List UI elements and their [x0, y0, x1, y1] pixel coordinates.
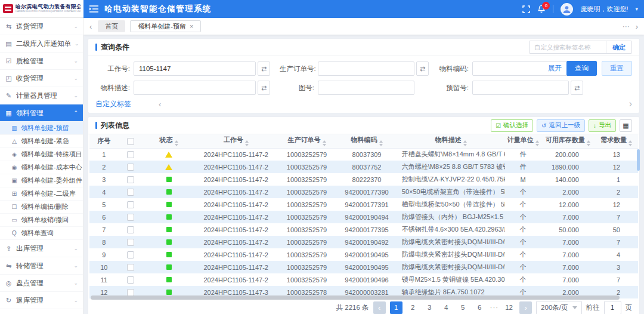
sort-icon[interactable]: [245, 140, 249, 146]
sort-icon[interactable]: [463, 140, 467, 146]
tabs-more-icon[interactable]: ···: [623, 22, 630, 30]
page-button-4[interactable]: 4: [440, 301, 453, 314]
sidebar-menu-item[interactable]: ⇋ 转储管理 ⌄: [0, 257, 83, 275]
horizontal-scrollbar[interactable]: [91, 295, 620, 300]
column-header-order_no[interactable]: 生产订单号: [277, 134, 337, 148]
table-row[interactable]: 92024HPC1105-1147-2100032525799420001904…: [89, 248, 638, 261]
cell-checkbox[interactable]: [119, 161, 143, 173]
fullscreen-icon[interactable]: [522, 5, 530, 13]
sidebar-menu-item[interactable]: ↻ 退库管理 ⌄: [0, 292, 83, 309]
table-row[interactable]: 102024HPC1105-1147-210003252579942000190…: [89, 261, 638, 273]
sidebar-menu-item[interactable]: ▤ 二级库入库通知单 ⌄: [0, 35, 83, 53]
filter-icon[interactable]: ⇄: [571, 81, 583, 95]
page-button-5[interactable]: 5: [457, 301, 469, 314]
cell-checkbox[interactable]: [119, 173, 143, 186]
row-checkbox[interactable]: [127, 189, 134, 196]
tag-scroll-right-icon[interactable]: ›: [629, 98, 632, 109]
table-row[interactable]: 52024HPC1105-1147-2100032525799420001773…: [89, 198, 638, 211]
tabs-scroll-left-icon[interactable]: ‹: [89, 23, 92, 30]
column-header-checkbox[interactable]: [119, 134, 143, 148]
select-all-checkbox[interactable]: [127, 138, 134, 145]
table-row[interactable]: 12024HPC1105-1147-21000325257980037309开槽…: [89, 148, 638, 161]
sidebar-submenu-item[interactable]: ☐ 领料单编辑/删除: [0, 201, 83, 214]
table-row[interactable]: 112024HPC1105-1147-210003252579942000190…: [89, 273, 638, 286]
collapse-menu-icon[interactable]: [89, 5, 98, 13]
column-header-work_no[interactable]: 工作号: [195, 134, 277, 148]
tab[interactable]: 首页: [98, 20, 125, 32]
sidebar-submenu-item[interactable]: ▭ 领料单核销/撤回: [0, 214, 83, 227]
close-tab-icon[interactable]: ×: [190, 23, 193, 30]
cell-checkbox[interactable]: [119, 248, 143, 261]
tabs-scroll-right-icon[interactable]: ›: [636, 23, 638, 30]
vertical-scrollbar[interactable]: [637, 149, 640, 171]
tab[interactable]: 领料单创建-预留 ×: [130, 20, 201, 32]
custom-tag-link[interactable]: 自定义标签: [95, 99, 131, 109]
图号-input[interactable]: [318, 81, 414, 95]
row-checkbox[interactable]: [127, 251, 134, 258]
row-checkbox[interactable]: [127, 276, 134, 284]
table-row[interactable]: 22024HPC1105-1147-21000325257980037752六角…: [89, 161, 638, 173]
back-to-parent-button[interactable]: ↺ 返回上一级: [537, 119, 585, 132]
avatar[interactable]: [561, 3, 573, 16]
工作号-input[interactable]: [134, 61, 256, 76]
cell-checkbox[interactable]: [119, 211, 143, 223]
sidebar-menu-item[interactable]: ✎ 计量器具管理 ⌄: [0, 87, 83, 104]
column-header-material_code[interactable]: 物料编码: [336, 134, 397, 148]
column-header-demand[interactable]: 需求数量: [595, 134, 638, 148]
row-checkbox[interactable]: [127, 214, 134, 221]
table-row[interactable]: 42024HPC1105-1147-2100032525799420001773…: [89, 186, 638, 198]
cell-checkbox[interactable]: [119, 148, 143, 161]
table-row[interactable]: 32024HPC1105-1147-21000325257980222370控制…: [89, 173, 638, 186]
row-checkbox[interactable]: [127, 151, 134, 158]
column-header-status[interactable]: 状态: [143, 134, 194, 148]
column-header-stock[interactable]: 可用库存数量: [541, 134, 594, 148]
next-page-button[interactable]: ›: [519, 301, 532, 314]
notification-bell-icon[interactable]: 0: [537, 5, 546, 13]
confirm-button[interactable]: 确定: [606, 41, 631, 53]
cell-checkbox[interactable]: [119, 198, 143, 211]
page-button-1[interactable]: 1: [390, 301, 402, 314]
sidebar-submenu-item[interactable]: Q 领料单查询: [0, 227, 83, 240]
sort-icon[interactable]: [628, 140, 632, 146]
sidebar-menu-item[interactable]: ⇆ 送货管理 ⌄: [0, 18, 83, 35]
table-row[interactable]: 72024HPC1105-1147-2100032525799420001773…: [89, 223, 638, 236]
page-button-3[interactable]: 3: [423, 301, 436, 314]
column-header-material_desc[interactable]: 物料描述: [397, 134, 505, 148]
filter-icon[interactable]: ⇄: [258, 81, 270, 95]
confirm-select-button[interactable]: ☑ 确认选择: [491, 119, 533, 132]
sidebar-menu-item[interactable]: ▦ 领料管理 ⌃: [0, 104, 83, 122]
filter-icon[interactable]: ⇄: [258, 61, 270, 76]
sidebar-menu-item[interactable]: ⇪ 出库管理 ⌄: [0, 240, 83, 257]
row-checkbox[interactable]: [127, 176, 134, 183]
物料描述-input[interactable]: [134, 81, 256, 95]
cell-checkbox[interactable]: [119, 186, 143, 198]
sort-icon[interactable]: [587, 140, 590, 146]
cell-checkbox[interactable]: [119, 273, 143, 286]
cell-checkbox[interactable]: [119, 261, 143, 273]
sort-icon[interactable]: [535, 140, 539, 146]
sort-icon[interactable]: [323, 140, 326, 146]
reset-button[interactable]: 重置: [602, 61, 632, 76]
cell-checkbox[interactable]: [119, 236, 143, 248]
row-checkbox[interactable]: [127, 264, 134, 271]
page-button-6[interactable]: 6: [473, 301, 486, 314]
search-button[interactable]: 查询: [566, 61, 597, 76]
sidebar-submenu-item[interactable]: ▣ 领料单创建-委外组件: [0, 174, 83, 187]
预留号-input[interactable]: [472, 81, 569, 95]
row-checkbox[interactable]: [127, 201, 134, 208]
export-button[interactable]: ↓ 导出: [589, 119, 616, 132]
row-checkbox[interactable]: [127, 164, 134, 171]
grid-view-icon[interactable]: ▦: [620, 119, 632, 132]
sidebar-menu-item[interactable]: ◰ 收货管理 ⌄: [0, 70, 83, 87]
sidebar-menu-item[interactable]: ☑ 质检管理 ⌄: [0, 53, 83, 70]
sidebar-menu-item[interactable]: ◎ 盘点管理 ⌄: [0, 275, 83, 292]
sidebar-submenu-item[interactable]: ◈ 领料单创建-特殊项目: [0, 148, 83, 161]
expand-link[interactable]: 展开: [548, 64, 562, 73]
page-button-2[interactable]: 2: [407, 301, 419, 314]
goto-page-input[interactable]: [604, 301, 621, 314]
sidebar-submenu-item[interactable]: ▥ 领料单创建-预留: [0, 122, 83, 135]
page-button-12[interactable]: 12: [503, 301, 515, 314]
prev-page-button[interactable]: ‹: [373, 301, 386, 314]
sidebar-submenu-item[interactable]: ⊞ 领料单创建-二级库: [0, 187, 83, 201]
row-checkbox[interactable]: [127, 239, 134, 246]
